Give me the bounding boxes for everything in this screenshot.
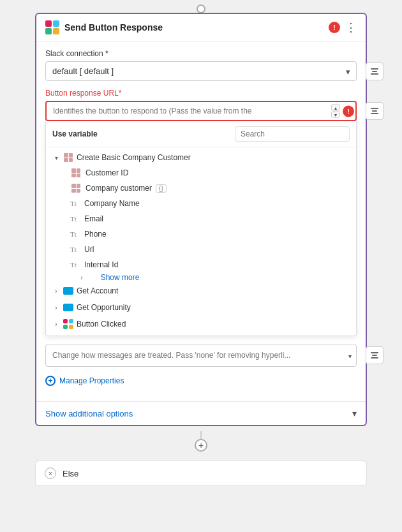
email-node[interactable]: Tt Email: [64, 211, 356, 226]
url-input[interactable]: [45, 101, 357, 121]
add-connector: +: [195, 431, 207, 452]
url-arrow-up[interactable]: ▲: [331, 105, 340, 111]
create-company-children: Customer ID Company customer: [46, 165, 356, 282]
company-customer-label: Company customer: [86, 184, 152, 193]
url-field-actions: ▲ ▼ !: [331, 105, 354, 118]
phone-node[interactable]: Tt Phone: [64, 226, 356, 242]
send-button-response-card: Send Button Response ! ⋮ Slack connectio…: [35, 13, 367, 426]
url-arrow-buttons: ▲ ▼: [331, 105, 340, 118]
use-variable-label: Use variable: [52, 129, 98, 138]
manage-properties-icon: +: [45, 376, 56, 386]
chevron-right-icon-account: ›: [52, 288, 60, 295]
slack-connection-wrapper: default [ default ] ▾: [45, 61, 357, 81]
get-account-icon: [63, 286, 74, 295]
chevron-down-icon: ▾: [52, 154, 60, 161]
button-clicked-node[interactable]: › Button Clicked: [46, 316, 356, 332]
url-config-btn[interactable]: [366, 102, 383, 120]
top-connector-circle: [197, 4, 205, 13]
get-opportunity-label: Get Opportunity: [77, 303, 350, 312]
button-clicked-label: Button Clicked: [77, 320, 350, 329]
url-label: Url: [84, 245, 94, 254]
card-header: Send Button Response ! ⋮: [36, 14, 366, 41]
get-opportunity-icon: [63, 303, 74, 312]
create-company-icon: [63, 153, 74, 162]
customer-id-icon: [70, 168, 82, 177]
get-opportunity-section: › Get Opportunity: [46, 300, 356, 315]
chevron-right-icon-opp: ›: [52, 304, 60, 311]
email-label: Email: [84, 214, 103, 223]
company-customer-node[interactable]: Company customer {}: [64, 181, 356, 196]
connector-line: [200, 431, 202, 439]
show-more-button[interactable]: Show more: [91, 270, 146, 284]
config-icon-url: [371, 108, 378, 114]
show-additional-btn[interactable]: Show additional options ▾: [36, 401, 366, 425]
customer-id-label: Customer ID: [86, 168, 128, 177]
variable-header: Use variable: [46, 121, 356, 147]
button-response-url-label: Button response URL*: [45, 89, 357, 98]
manage-properties-btn[interactable]: + Manage Properties: [45, 373, 357, 388]
show-additional-label: Show additional options: [45, 409, 133, 418]
text-type-icon-internal: Tt: [70, 261, 80, 269]
add-node-button[interactable]: +: [195, 439, 207, 452]
card-body: Slack connection * default [ default ] ▾…: [36, 41, 366, 401]
tree-container: ▾ Create Basic Company Customer: [46, 147, 356, 336]
manage-properties-label: Manage Properties: [59, 376, 124, 385]
slack-icon: [45, 20, 59, 34]
show-additional-chevron-icon: ▾: [352, 408, 357, 418]
company-customer-icon: [70, 184, 82, 193]
create-company-label: Create Basic Company Customer: [77, 153, 350, 162]
show-more-wrapper: › Show more: [64, 272, 356, 282]
card-title: Send Button Response: [64, 22, 163, 33]
text-type-icon-url: Tt: [70, 246, 80, 253]
url-error-icon: !: [343, 105, 354, 117]
get-account-section: › Get Account: [46, 283, 356, 299]
customer-id-node[interactable]: Customer ID: [64, 165, 356, 181]
text-type-icon: Tt: [70, 200, 80, 207]
text-type-icon-phone: Tt: [70, 230, 80, 238]
card-header-left: Send Button Response: [45, 20, 163, 34]
else-close-button[interactable]: ×: [45, 468, 56, 479]
company-customer-badge: {}: [156, 184, 167, 193]
url-arrow-down[interactable]: ▼: [331, 112, 340, 118]
bottom-field-input[interactable]: [45, 344, 357, 367]
chevron-right-icon-btn: ›: [52, 321, 60, 328]
create-company-node[interactable]: ▾ Create Basic Company Customer: [46, 150, 356, 165]
button-clicked-section: › Button Clicked: [46, 316, 356, 332]
else-label: Else: [63, 469, 78, 478]
get-account-label: Get Account: [77, 286, 350, 295]
button-clicked-icon: [63, 320, 74, 329]
url-node[interactable]: Tt Url: [64, 242, 356, 257]
slack-connection-config-btn[interactable]: [366, 63, 383, 80]
text-type-icon-email: Tt: [70, 215, 80, 223]
config-icon-bottom: [371, 352, 378, 358]
slack-connection-label: Slack connection *: [45, 49, 357, 58]
else-card: × Else: [35, 461, 367, 486]
create-company-section: ▾ Create Basic Company Customer: [46, 150, 356, 282]
search-input[interactable]: [235, 126, 350, 142]
company-name-label: Company Name: [84, 199, 140, 208]
header-error-badge: !: [329, 22, 340, 33]
bottom-field-wrapper: ▾: [45, 344, 357, 367]
variable-dropdown: Use variable ▾ Create B: [45, 121, 357, 336]
url-field-wrapper: ▲ ▼ !: [45, 101, 357, 121]
card-header-right: ! ⋮: [329, 22, 357, 33]
kebab-menu-icon[interactable]: ⋮: [345, 22, 357, 33]
get-opportunity-node[interactable]: › Get Opportunity: [46, 300, 356, 315]
internal-id-label: Internal Id: [84, 260, 118, 269]
show-more-chevron: ›: [78, 274, 86, 281]
slack-connection-select[interactable]: default [ default ]: [45, 61, 357, 81]
config-icon: [371, 68, 378, 75]
company-name-node[interactable]: Tt Company Name: [64, 196, 356, 211]
bottom-field-config-btn[interactable]: [366, 346, 383, 364]
get-account-node[interactable]: › Get Account: [46, 283, 356, 299]
phone-label: Phone: [84, 230, 107, 239]
